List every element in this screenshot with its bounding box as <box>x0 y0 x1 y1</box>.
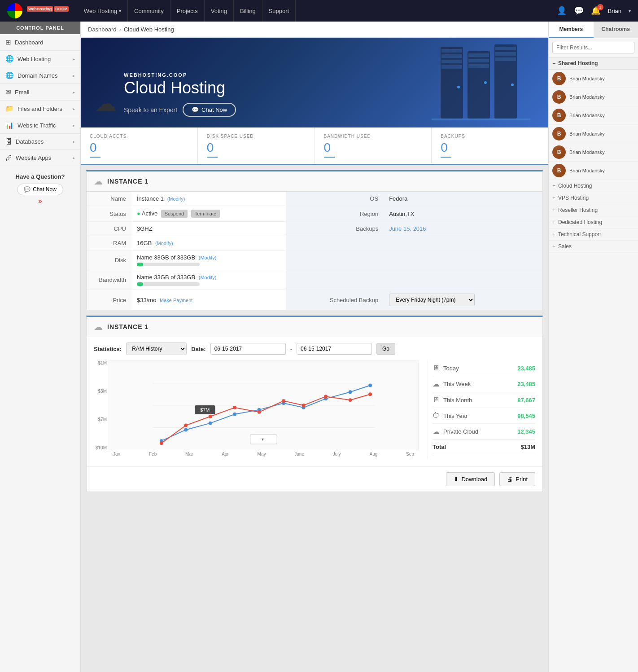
expandable-dedicated-hosting[interactable]: + Dedicated Hosting <box>549 216 638 228</box>
chevron-double-right-icon: » <box>5 197 75 205</box>
date-from-input[interactable] <box>210 343 286 355</box>
y-label-10m: $10M <box>96 445 107 450</box>
backup-date-link[interactable]: June 15, 2016 <box>389 225 426 232</box>
bandwidth-value: Name 33GB of 333GB (Modify) <box>131 270 286 290</box>
hero-title: Cloud Hosting <box>124 79 236 97</box>
tab-members[interactable]: Members <box>549 22 594 38</box>
terminate-button[interactable]: Terminate <box>191 210 220 218</box>
plus-icon: + <box>552 231 555 237</box>
chart-with-y-axis: $10M $7M $3M $1M <box>94 360 419 459</box>
os-label: OS <box>286 192 384 206</box>
download-button[interactable]: ⬇ Download <box>446 472 495 486</box>
svg-rect-16 <box>432 119 530 120</box>
status-value: ● Active Suspend Terminate <box>131 206 286 222</box>
panel-search-input[interactable] <box>552 42 634 53</box>
tab-chatrooms[interactable]: Chatrooms <box>594 22 638 38</box>
avatar: B <box>552 164 566 177</box>
member-item: B Brian Modansky <box>549 106 638 125</box>
breadcrumb-dashboard[interactable]: Dashboard <box>88 26 117 33</box>
sidebar-item-website-traffic[interactable]: 📊 Website Traffic ▸ <box>0 117 80 134</box>
hero-chat-button[interactable]: 💬 Chat Now <box>183 103 236 117</box>
name-modify-link[interactable]: (Modify) <box>167 196 185 202</box>
plus-icon: + <box>552 219 555 225</box>
member-item: B Brian Modansky <box>549 88 638 106</box>
avatar: B <box>552 72 566 85</box>
user-menu-chevron[interactable]: ▾ <box>629 9 631 13</box>
statistics-label: Statistics: <box>94 346 122 352</box>
svg-text:$7M: $7M <box>200 407 210 413</box>
sidebar-title: CONTROL PANEL <box>0 22 80 34</box>
table-row: Status ● Active Suspend Terminate Region… <box>87 206 542 222</box>
sidebar-item-website-apps[interactable]: 🖊 Website Apps ▸ <box>0 150 80 166</box>
sidebar-item-databases[interactable]: 🗄 Databases ▸ <box>0 134 80 150</box>
chevron-right-icon: ▸ <box>73 57 75 61</box>
cpu-label: CPU <box>87 222 131 236</box>
nav-support[interactable]: Support <box>262 0 296 22</box>
bottom-actions: ⬇ Download 🖨 Print <box>87 466 542 492</box>
stat-bw-label: BANDWIDTH USED <box>324 134 423 139</box>
bandwidth-modify-link[interactable]: (Modify) <box>199 275 217 280</box>
svg-point-36 <box>302 404 306 407</box>
folder-icon: 📁 <box>5 105 14 113</box>
nav-right-area: 👤 💬 🔔 1 Brian ▾ <box>557 6 631 16</box>
expandable-vps-hosting[interactable]: + VPS Hosting <box>549 192 638 204</box>
sidebar-item-web-hosting[interactable]: 🌐 Web Hosting ▸ <box>0 51 80 67</box>
stat-backups-value: 0 <box>441 141 539 155</box>
stats-instance-header: ☁ INSTANCE 1 <box>87 317 542 337</box>
stat-cloud-underline <box>90 157 101 158</box>
shared-hosting-header[interactable]: − Shared Hosting <box>549 57 638 70</box>
breadcrumb-separator: › <box>119 26 121 33</box>
expandable-sales[interactable]: + Sales <box>549 241 638 253</box>
breadcrumb-current: Cloud Web Hosting <box>124 26 174 33</box>
stats-instance-title: INSTANCE 1 <box>107 323 149 330</box>
bandwidth-progress-bar <box>137 282 143 286</box>
scheduled-backup-select[interactable]: Every Friday Night (7pm) Every Saturday … <box>389 294 475 306</box>
stat-row-today: 🖥 Today 23,485 <box>433 360 535 376</box>
make-payment-link[interactable]: Make Payment <box>160 298 192 303</box>
sidebar-item-dashboard[interactable]: ⊞ Dashboard <box>0 34 80 51</box>
nav-web-hosting[interactable]: Web Hosting ▾ <box>78 0 128 22</box>
disk-modify-link[interactable]: (Modify) <box>199 255 217 260</box>
region-label: Region <box>286 206 384 222</box>
database-icon: 🗄 <box>5 138 12 145</box>
week-icon: ☁ <box>433 380 440 388</box>
avatar: B <box>552 90 566 104</box>
svg-point-30 <box>160 441 163 445</box>
notifications-icon[interactable]: 🔔 1 <box>591 6 601 16</box>
ram-modify-link[interactable]: (Modify) <box>155 241 173 246</box>
sidebar-chat-button[interactable]: 💬 Chat Now <box>17 184 63 195</box>
statistics-type-select[interactable]: RAM History CPU History Bandwidth Histor… <box>126 343 187 355</box>
minus-icon: − <box>552 60 555 66</box>
today-icon: 🖥 <box>433 364 440 372</box>
nav-billing[interactable]: Billing <box>234 0 262 22</box>
date-to-input[interactable] <box>297 343 372 355</box>
people-icon[interactable]: 👤 <box>557 6 567 16</box>
stats-controls: Statistics: RAM History CPU History Band… <box>87 337 542 360</box>
logo-area[interactable]: WebHostingCOOP <box>7 3 69 18</box>
expandable-technical-support[interactable]: + Technical Support <box>549 228 638 241</box>
table-row: CPU 3GHZ Backups June 15, 2016 <box>87 222 542 236</box>
table-row: Name Instance 1 (Modify) OS Fedora <box>87 192 542 206</box>
nav-projects[interactable]: Projects <box>170 0 205 22</box>
chat-icon[interactable]: 💬 <box>574 6 584 16</box>
print-button[interactable]: 🖨 Print <box>499 472 535 486</box>
chart-wrapper: $7M ▾ Jan Feb Mar Apr May <box>109 360 419 459</box>
expandable-cloud-hosting[interactable]: + Cloud Hosting <box>549 180 638 192</box>
user-name[interactable]: Brian <box>608 8 621 14</box>
sidebar-item-files[interactable]: 📁 Files and Folders ▸ <box>0 101 80 117</box>
sidebar-item-email[interactable]: ✉ Email ▸ <box>0 84 80 101</box>
nav-voting[interactable]: Voting <box>205 0 234 22</box>
stat-cloud-value: 0 <box>90 141 188 155</box>
email-icon: ✉ <box>5 88 11 96</box>
stat-row-month: 🖥 This Month 87,667 <box>433 392 535 408</box>
sidebar-item-domain-names[interactable]: 🌐 Domain Names ▸ <box>0 67 80 84</box>
nav-community[interactable]: Community <box>128 0 170 22</box>
suspend-button[interactable]: Suspend <box>161 210 188 218</box>
svg-point-31 <box>184 424 188 427</box>
svg-point-15 <box>511 83 514 86</box>
svg-point-38 <box>349 398 352 402</box>
svg-rect-9 <box>468 64 489 68</box>
expandable-reseller-hosting[interactable]: + Reseller Hosting <box>549 204 638 216</box>
stats-go-button[interactable]: Go <box>376 343 395 355</box>
svg-rect-12 <box>495 57 516 61</box>
